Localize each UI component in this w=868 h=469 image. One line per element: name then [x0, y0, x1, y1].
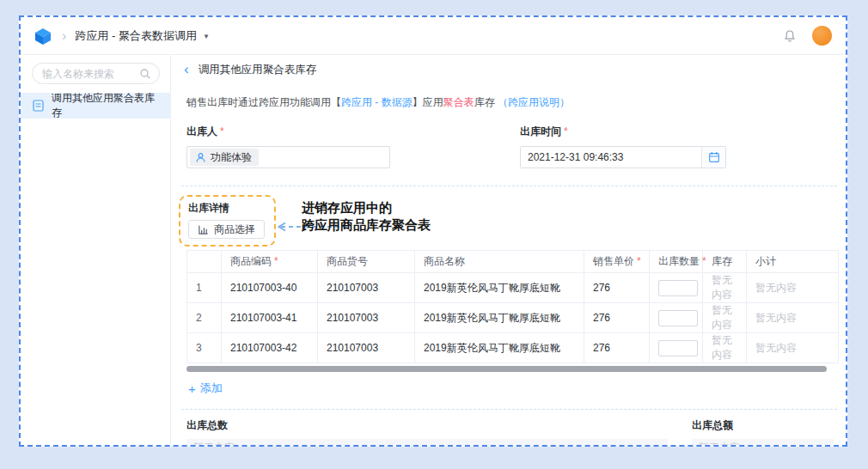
intro-text-1: 销售出库时通过跨应用功能调用【: [186, 96, 341, 108]
cell-qty: [650, 273, 703, 303]
app-switcher[interactable]: 跨应用 - 聚合表数据调用 ▼: [75, 28, 209, 44]
section-divider: [181, 186, 837, 186]
total-count-label: 出库总数: [186, 418, 668, 433]
annotation-highlight-box: 出库详情 商品选择: [179, 195, 276, 247]
fields-row: 出库人* 功能体验: [186, 125, 834, 168]
table-header-cell: 商品货号: [318, 251, 415, 273]
annotation-line-1: 进销存应用中的: [302, 200, 392, 215]
total-amount-field: 出库总额 暂无内容: [692, 418, 834, 446]
total-count-value: 暂无内容: [186, 439, 668, 446]
horizontal-scrollbar[interactable]: [186, 366, 827, 372]
total-count-field: 出库总数 暂无内容: [186, 418, 668, 446]
detail-section: 出库详情 商品选择: [186, 195, 834, 247]
intro-text-3: 库存: [474, 96, 498, 108]
page-title: 调用其他应用聚合表库存: [199, 63, 317, 77]
cell-name: 2019新英伦风马丁靴厚底短靴: [415, 333, 584, 363]
table-header-row: 商品编码*商品货号商品名称销售单价*出库数量*库存小计: [187, 251, 839, 273]
form-doc-icon: [33, 100, 44, 112]
intro-text-2: 】应用: [413, 96, 443, 108]
cell-sku: 210107003: [318, 273, 415, 303]
qty-input[interactable]: [658, 280, 698, 296]
qty-input[interactable]: [658, 310, 698, 326]
chevron-down-icon: ▼: [203, 33, 210, 40]
cell-code: 210107003-41: [222, 303, 318, 333]
time-input-wrap: [520, 146, 726, 168]
table-header-cell: 库存: [703, 251, 747, 273]
detail-label: 出库详情: [188, 201, 265, 216]
search-icon: [139, 68, 151, 80]
calendar-icon[interactable]: [701, 147, 725, 168]
sidebar-item-form[interactable]: 调用其他应用聚合表库存: [21, 93, 170, 119]
cell-price: 276: [584, 303, 650, 333]
notification-bell-icon[interactable]: [783, 29, 797, 43]
issuer-user-tag[interactable]: 功能体验: [190, 149, 259, 166]
table-header-cell: 商品名称: [415, 251, 584, 273]
cell-subtotal: 暂无内容: [747, 303, 839, 333]
qty-input[interactable]: [658, 340, 698, 356]
cell-qty: [650, 303, 703, 333]
intro-link-datasource[interactable]: 跨应用 - 数据源: [341, 96, 413, 108]
section-divider: [181, 409, 837, 410]
cell-sku: 210107003: [318, 333, 415, 363]
app-title: 跨应用 - 聚合表数据调用: [75, 28, 197, 44]
table-header-cell: [187, 251, 222, 273]
issuer-tag-label: 功能体验: [211, 150, 252, 165]
cell-name: 2019新英伦风马丁靴厚底短靴: [415, 303, 584, 333]
table-row: 1210107003-402101070032019新英伦风马丁靴厚底短靴276…: [187, 273, 839, 303]
required-mark: *: [564, 125, 568, 137]
add-row-label: 添加: [200, 381, 223, 396]
intro-link-help[interactable]: （跨应用说明）: [498, 96, 570, 108]
cell-subtotal: 暂无内容: [747, 273, 839, 303]
cell-subtotal: 暂无内容: [747, 333, 839, 363]
back-chevron-icon[interactable]: ‹: [184, 62, 189, 76]
table-header-cell: 销售单价*: [584, 251, 650, 273]
app-body: 调用其他应用聚合表库存 ‹ 调用其他应用聚合表库存 销售出库时通过跨应用功能调用…: [21, 55, 846, 445]
product-select-button[interactable]: 商品选择: [188, 220, 265, 239]
user-avatar[interactable]: [812, 26, 832, 46]
person-icon: [195, 152, 206, 163]
issuer-field: 出库人* 功能体验: [186, 125, 390, 168]
table-header-cell: 商品编码*: [222, 251, 318, 273]
total-amount-value: 暂无内容: [692, 439, 834, 446]
table-header-cell: 小计: [747, 251, 839, 273]
cell-name: 2019新英伦风马丁靴厚底短靴: [415, 273, 584, 303]
cell-stock: 暂无内容: [703, 273, 747, 303]
cell-stock: 暂无内容: [703, 303, 747, 333]
cell-idx: 1: [187, 273, 222, 303]
cell-qty: [650, 333, 703, 363]
time-input[interactable]: [521, 147, 701, 168]
intro-line: 销售出库时通过跨应用功能调用【跨应用 - 数据源】应用聚合表库存 （跨应用说明）: [186, 95, 834, 110]
app-window: › 跨应用 - 聚合表数据调用 ▼: [19, 15, 847, 447]
product-table: 商品编码*商品货号商品名称销售单价*出库数量*库存小计 1210107003-4…: [186, 250, 839, 363]
main-panel: ‹ 调用其他应用聚合表库存 销售出库时通过跨应用功能调用【跨应用 - 数据源】应…: [171, 55, 846, 445]
annotation-line-2: 跨应用商品库存聚合表: [302, 217, 431, 232]
plus-icon: +: [188, 382, 196, 395]
cell-idx: 3: [187, 333, 222, 363]
topbar: › 跨应用 - 聚合表数据调用 ▼: [21, 17, 846, 55]
table-row: 3210107003-422101070032019新英伦风马丁靴厚底短靴276…: [187, 333, 839, 363]
cell-sku: 210107003: [318, 303, 415, 333]
required-mark: *: [220, 125, 224, 137]
cell-idx: 2: [187, 303, 222, 333]
cell-code: 210107003-42: [222, 333, 318, 363]
product-select-label: 商品选择: [214, 222, 255, 237]
issuer-label: 出库人*: [186, 125, 390, 139]
time-label: 出库时间*: [520, 125, 726, 139]
table-header-cell: 出库数量*: [650, 251, 703, 273]
table-body: 1210107003-402101070032019新英伦风马丁靴厚底短靴276…: [187, 273, 839, 363]
table-row: 2210107003-412101070032019新英伦风马丁靴厚底短靴276…: [187, 303, 839, 333]
total-amount-label: 出库总额: [692, 418, 834, 433]
bar-chart-icon: [198, 224, 209, 235]
breadcrumb-chevron: ›: [62, 29, 66, 43]
sidebar: 调用其他应用聚合表库存: [21, 55, 171, 445]
cell-price: 276: [584, 273, 650, 303]
issuer-input[interactable]: 功能体验: [186, 146, 390, 168]
cell-stock: 暂无内容: [703, 333, 747, 363]
form-content: 销售出库时通过跨应用功能调用【跨应用 - 数据源】应用聚合表库存 （跨应用说明）…: [171, 85, 846, 445]
cell-price: 276: [584, 333, 650, 363]
add-row-link[interactable]: + 添加: [188, 381, 223, 396]
page-header: ‹ 调用其他应用聚合表库存: [171, 55, 846, 85]
sidebar-item-label: 调用其他应用聚合表库存: [52, 91, 158, 120]
cell-code: 210107003-40: [222, 273, 318, 303]
search-input[interactable]: [42, 68, 139, 80]
